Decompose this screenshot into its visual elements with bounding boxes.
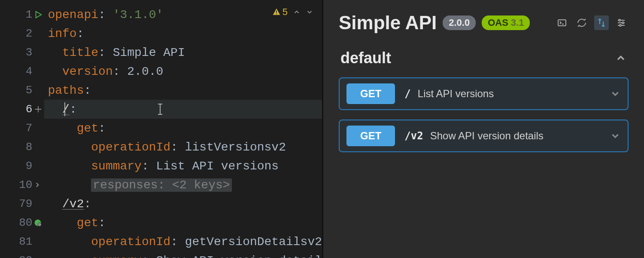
token-plain: : [84, 197, 91, 211]
token-plain: : [98, 8, 113, 22]
gutter-row: 1 [0, 5, 44, 24]
operation-summary: List API versions [418, 88, 494, 100]
warnings-badge[interactable]: 5 [272, 6, 288, 18]
token-plain: : [170, 141, 185, 154]
token-key: get [77, 216, 98, 230]
line-number: 10 [19, 178, 32, 191]
token-plain: : [142, 160, 156, 173]
code-line[interactable]: info: [44, 24, 322, 43]
preview-header: Simple API 2.0.0 OAS3.1 [323, 12, 644, 49]
method-badge: GET [346, 126, 395, 146]
operation-row[interactable]: GET/List API versions [339, 77, 629, 110]
code-line[interactable]: summary: List API versions [44, 157, 322, 175]
section-header[interactable]: default [323, 49, 644, 77]
caret [64, 102, 65, 116]
token-folded: responses: <2 keys> [91, 178, 231, 192]
line-number: 9 [26, 160, 33, 172]
svg-point-7 [620, 25, 621, 26]
token-plain: : [98, 122, 106, 135]
operation-summary: Show API version details [430, 130, 544, 142]
line-number: 2 [26, 27, 33, 40]
gutter-row: 10 [0, 175, 44, 194]
gutter-row: 79 [0, 194, 44, 213]
token-plain: : [84, 84, 91, 97]
token-key: paths [48, 84, 84, 97]
add-icon[interactable] [33, 104, 43, 114]
svg-rect-4 [558, 20, 566, 26]
code-line[interactable]: get: [44, 119, 322, 138]
code-line[interactable]: version: 2.0.0 [44, 62, 322, 81]
settings-icon[interactable] [614, 15, 629, 30]
endpoint-icon[interactable] [33, 218, 42, 227]
line-number: 79 [19, 197, 32, 210]
line-number: 80 [19, 216, 32, 229]
code-line[interactable]: summary: Show API version detail [44, 251, 322, 258]
code-line[interactable]: /v2: [44, 194, 322, 213]
token-plain: listVersionsv2 [185, 141, 286, 154]
gutter-row: 4 [0, 62, 44, 81]
editor-overlay: 5 [272, 5, 313, 19]
token-val: '3.1.0' [113, 8, 164, 22]
gutter-row: 2 [0, 24, 44, 43]
token-plain: : [77, 27, 84, 40]
line-number: 81 [19, 235, 32, 248]
chevron-down-icon [610, 88, 621, 99]
token-plain: : [98, 216, 106, 230]
prev-problem-icon[interactable] [293, 8, 301, 16]
line-number: 5 [26, 84, 33, 97]
token-key: operationId [91, 141, 170, 154]
fold-icon[interactable] [33, 181, 41, 189]
token-key: get [77, 122, 98, 135]
section-title: default [340, 49, 391, 67]
method-badge: GET [346, 83, 395, 104]
token-plain: : [70, 103, 77, 116]
token-plain: : [98, 46, 113, 59]
token-underline: /v2 [62, 197, 84, 211]
token-plain [48, 122, 76, 135]
code-line[interactable]: get: [44, 213, 322, 232]
refresh-icon[interactable] [574, 15, 589, 30]
svg-point-5 [619, 19, 620, 21]
gutter-row: 9 [0, 157, 44, 175]
code-line[interactable]: paths: [44, 81, 322, 100]
gutter-row: 5 [0, 81, 44, 100]
warnings-count: 5 [283, 6, 288, 18]
gutter-row: 80 [0, 213, 44, 232]
token-key: operationId [91, 235, 170, 249]
token-plain: 2.0.0 [127, 65, 163, 78]
token-plain [48, 216, 76, 230]
operation-row[interactable]: GET/v2Show API version details [339, 120, 629, 152]
token-underline: / [62, 103, 70, 116]
token-plain: Show API version detail [156, 254, 322, 258]
gutter-row: 7 [0, 119, 44, 138]
warning-icon [272, 8, 281, 16]
token-plain: List API versions [156, 160, 279, 173]
run-icon[interactable] [33, 10, 43, 19]
preview-pane: Simple API 2.0.0 OAS3.1 default GET/List… [322, 0, 644, 258]
gutter-row: 8 [0, 138, 44, 157]
token-plain: Simple API [113, 46, 185, 59]
code-line[interactable]: title: Simple API [44, 43, 322, 62]
svg-point-1 [38, 223, 41, 226]
code-line[interactable]: operationId: listVersionsv2 [44, 138, 322, 157]
token-key: info [48, 27, 76, 40]
token-plain: getVersionDetailsv2 [185, 235, 322, 249]
code-line[interactable]: responses: <2 keys> [44, 175, 322, 194]
code-area[interactable]: openapi: '3.1.0'info: title: Simple API … [44, 0, 322, 258]
chevron-up-icon [615, 52, 627, 64]
token-key: version [62, 65, 113, 78]
token-key: summary [91, 254, 142, 258]
api-title: Simple API [339, 12, 437, 34]
sync-icon[interactable] [594, 15, 609, 30]
code-line[interactable]: operationId: getVersionDetailsv2 [44, 232, 322, 251]
code-line[interactable]: /: [44, 100, 322, 119]
next-problem-icon[interactable] [306, 8, 313, 16]
token-plain [48, 178, 91, 192]
token-plain [48, 46, 62, 59]
svg-rect-3 [276, 13, 277, 14]
token-plain [48, 160, 91, 173]
console-icon[interactable] [555, 15, 569, 30]
operation-path: /v2 [404, 130, 423, 142]
token-plain: : [113, 65, 128, 78]
text-cursor-icon [156, 102, 164, 116]
